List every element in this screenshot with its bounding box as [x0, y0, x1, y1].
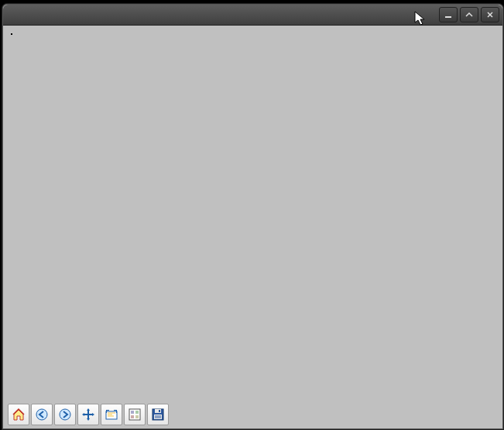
maximize-icon — [465, 11, 473, 19]
minimize-button[interactable] — [439, 7, 458, 22]
pan-icon — [81, 408, 95, 421]
close-icon — [486, 11, 494, 19]
svg-rect-8 — [135, 411, 139, 414]
chart-axes[interactable] — [11, 33, 12, 35]
zoom-icon — [105, 408, 118, 421]
home-icon — [12, 408, 26, 421]
subplots-icon — [128, 408, 142, 421]
zoom-button[interactable] — [101, 404, 122, 425]
svg-rect-10 — [135, 415, 139, 418]
window-controls — [439, 7, 499, 22]
svg-rect-9 — [131, 415, 134, 418]
figure-window — [2, 4, 503, 429]
canvas-area — [3, 26, 502, 402]
save-button[interactable] — [147, 404, 169, 425]
svg-rect-7 — [131, 411, 134, 414]
subplots-button[interactable] — [124, 404, 146, 425]
svg-rect-14 — [154, 415, 162, 419]
home-button[interactable] — [8, 404, 29, 425]
close-button[interactable] — [481, 7, 499, 22]
svg-point-4 — [60, 409, 70, 420]
svg-point-3 — [36, 409, 47, 420]
back-arrow-icon — [35, 408, 49, 421]
titlebar[interactable] — [3, 5, 502, 26]
forward-arrow-icon — [58, 408, 72, 421]
back-button[interactable] — [31, 404, 53, 425]
save-icon — [151, 408, 165, 421]
maximize-button[interactable] — [460, 7, 478, 22]
matplotlib-toolbar — [8, 404, 169, 425]
forward-button[interactable] — [54, 404, 76, 425]
minimize-icon — [444, 11, 452, 19]
plot-outer — [11, 33, 495, 394]
pan-button[interactable] — [77, 404, 99, 425]
svg-rect-13 — [159, 410, 160, 412]
